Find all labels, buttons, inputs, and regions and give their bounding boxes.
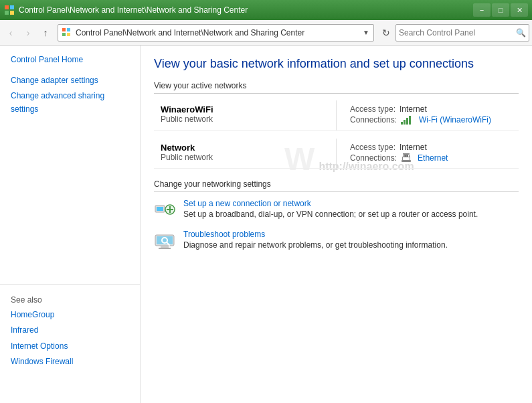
close-button[interactable]: ✕ — [511, 3, 528, 17]
sidebar-item-windows-firewall[interactable]: Windows Firewall — [0, 354, 141, 370]
back-button[interactable]: ‹ — [3, 25, 19, 41]
svg-rect-11 — [409, 116, 411, 125]
sidebar-item-change-adapter[interactable]: Change adapter settings — [0, 73, 140, 88]
address-bar-icon — [61, 27, 73, 39]
connections-row-1: Connections: Wi-Fi (WinaeroWiFi) — [350, 115, 512, 125]
title-bar: Control Panel\Network and Internet\Netwo… — [0, 0, 532, 20]
svg-rect-17 — [402, 160, 411, 162]
connection-label-2: Connections: — [350, 153, 397, 163]
networking-settings-header: Change your networking settings — [154, 179, 519, 192]
refresh-button[interactable]: ↻ — [378, 25, 394, 41]
settings-text-troubleshoot: Troubleshoot problems Diagnose and repai… — [183, 230, 519, 250]
search-button[interactable]: 🔍 — [516, 28, 526, 37]
toolbar: ‹ › ↑ ▼ ↻ 🔍 — [0, 20, 532, 46]
active-networks-label: View your active networks — [154, 81, 247, 90]
access-type-value-1: Internet — [400, 104, 427, 114]
sidebar-item-internet-options[interactable]: Internet Options — [0, 339, 141, 354]
troubleshoot-icon — [154, 230, 175, 251]
new-connection-icon — [154, 199, 175, 220]
connection-link-2[interactable]: Ethernet — [418, 153, 448, 163]
svg-rect-9 — [404, 120, 406, 125]
sidebar: Control Panel Home Change adapter settin… — [0, 46, 141, 403]
access-type-value-2: Internet — [400, 143, 427, 152]
sidebar-item-homegroup[interactable]: HomeGroup — [0, 307, 141, 323]
network-right-cell-2: Access type: Internet Connections: — [337, 139, 519, 169]
network-type-2: Public network — [161, 153, 329, 162]
new-connection-desc: Set up a broadband, dial-up, or VPN conn… — [183, 210, 478, 219]
svg-rect-4 — [62, 28, 66, 31]
svg-rect-29 — [161, 246, 169, 248]
access-type-row-1: Access type: Internet — [350, 104, 512, 114]
svg-rect-30 — [159, 248, 171, 249]
app-icon — [4, 5, 15, 15]
troubleshoot-link[interactable]: Troubleshoot problems — [183, 230, 519, 239]
see-also-header: See also — [0, 287, 141, 307]
spacer-row — [154, 131, 519, 139]
page-title: View your basic network information and … — [154, 56, 519, 72]
title-bar-text: Control Panel\Network and Internet\Netwo… — [19, 5, 469, 15]
svg-rect-8 — [401, 122, 403, 125]
svg-rect-18 — [403, 155, 404, 157]
svg-rect-12 — [403, 153, 410, 155]
sidebar-item-change-advanced-sharing[interactable]: Change advanced sharing settings — [0, 88, 140, 115]
settings-text-new-connection: Set up a new connection or network Set u… — [183, 199, 519, 219]
main-container: Control Panel Home Change adapter settin… — [0, 46, 532, 403]
svg-rect-7 — [67, 33, 70, 36]
search-input[interactable] — [399, 28, 516, 37]
up-button[interactable]: ↑ — [37, 25, 54, 41]
address-bar[interactable]: ▼ — [58, 24, 374, 42]
sidebar-item-infrared[interactable]: Infrared — [0, 323, 141, 338]
network-right-cell: Access type: Internet Connections: — [337, 100, 519, 131]
new-connection-link[interactable]: Set up a new connection or network — [183, 199, 519, 208]
svg-rect-15 — [402, 157, 403, 160]
forward-button[interactable]: › — [20, 25, 36, 41]
table-row: Network Public network Access type: Inte… — [154, 139, 519, 169]
svg-rect-13 — [404, 155, 408, 157]
networking-settings-section: Change your networking settings Set up a… — [154, 179, 519, 251]
sidebar-item-control-panel-home[interactable]: Control Panel Home — [0, 52, 140, 68]
network-table: WinaeroWiFi Public network Access type: … — [154, 100, 519, 169]
settings-item-new-connection: Set up a new connection or network Set u… — [154, 199, 519, 220]
ethernet-icon — [401, 153, 412, 163]
wifi-icon — [401, 115, 413, 125]
access-type-label-2: Access type: — [350, 143, 395, 152]
svg-rect-2 — [5, 11, 9, 15]
access-type-row-2: Access type: Internet — [350, 143, 512, 152]
address-input[interactable] — [76, 28, 361, 37]
svg-rect-26 — [167, 209, 173, 210]
svg-rect-16 — [410, 157, 410, 160]
svg-rect-0 — [5, 5, 9, 9]
table-row: WinaeroWiFi Public network Access type: … — [154, 100, 519, 131]
address-chevron: ▼ — [363, 29, 369, 36]
svg-rect-5 — [67, 28, 70, 31]
settings-item-troubleshoot: Troubleshoot problems Diagnose and repai… — [154, 230, 519, 251]
svg-rect-10 — [406, 118, 408, 125]
svg-rect-6 — [62, 33, 66, 36]
network-name-2: Network — [161, 143, 329, 153]
title-bar-controls: − □ ✕ — [473, 3, 528, 17]
svg-rect-14 — [402, 157, 410, 157]
access-type-label-1: Access type: — [350, 104, 395, 114]
network-left-cell-2: Network Public network — [154, 139, 337, 169]
minimize-button[interactable]: − — [473, 3, 491, 17]
connection-label-1: Connections: — [350, 115, 397, 125]
connections-row-2: Connections: — [350, 153, 512, 163]
network-name-1: WinaeroWiFi — [161, 104, 329, 114]
content-area: View your basic network information and … — [141, 46, 532, 403]
svg-rect-19 — [405, 155, 406, 157]
network-type-1: Public network — [161, 114, 329, 124]
networking-settings-label: Change your networking settings — [154, 179, 271, 189]
svg-rect-1 — [10, 5, 14, 9]
svg-rect-21 — [409, 155, 410, 157]
svg-rect-23 — [157, 207, 163, 211]
sidebar-divider — [0, 284, 141, 285]
networks-container: Whttp://winaero.com WinaeroWiFi Public n… — [154, 100, 519, 169]
troubleshoot-desc: Diagnose and repair network problems, or… — [183, 240, 448, 250]
maximize-button[interactable]: □ — [492, 3, 509, 17]
connection-link-1[interactable]: Wi-Fi (WinaeroWiFi) — [419, 115, 491, 125]
active-networks-header: View your active networks — [154, 81, 519, 94]
svg-rect-20 — [407, 155, 408, 157]
svg-rect-3 — [10, 11, 14, 15]
search-box: 🔍 — [395, 24, 529, 42]
network-left-cell: WinaeroWiFi Public network — [154, 100, 337, 131]
